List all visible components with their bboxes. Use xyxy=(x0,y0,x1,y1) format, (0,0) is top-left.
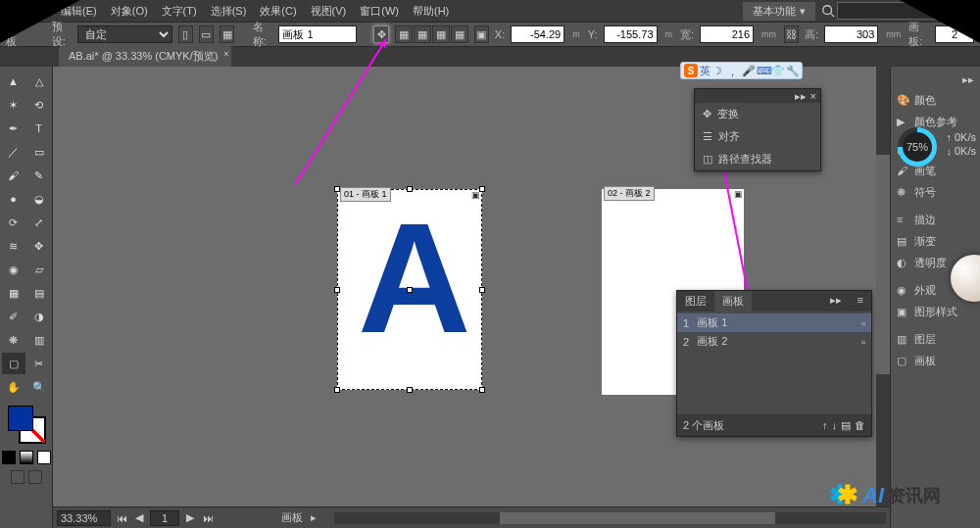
menu-help[interactable]: 帮助(H) xyxy=(407,2,455,21)
move-down-icon[interactable]: ↓ xyxy=(832,419,838,432)
tool-line[interactable]: ／ xyxy=(2,141,25,163)
y-input[interactable] xyxy=(604,25,658,43)
page-number[interactable]: 1 xyxy=(150,510,179,526)
workspace-switcher[interactable]: 基本功能▾ xyxy=(743,2,815,21)
ime-punct-icon[interactable]: ， xyxy=(727,65,740,77)
next-page-icon[interactable]: ▶ xyxy=(183,511,197,525)
artboard-options-icon[interactable]: ▫ xyxy=(861,336,865,348)
mini-swatch-gradient[interactable] xyxy=(20,451,33,464)
tool-pen[interactable]: ✒ xyxy=(2,118,25,139)
tool-selection[interactable]: ▲ xyxy=(2,71,25,92)
align-btn-2[interactable]: ▦ xyxy=(414,25,431,43)
dock-graphic-styles[interactable]: ▣图形样式 xyxy=(893,302,978,322)
artboard-name-input[interactable] xyxy=(278,25,357,43)
tool-mesh[interactable]: ▦ xyxy=(2,282,25,304)
vscroll-thumb[interactable] xyxy=(876,155,890,375)
tool-pencil[interactable]: ✎ xyxy=(27,165,51,186)
panel-collapse-icon[interactable]: ▸▸ xyxy=(795,90,807,103)
w-input[interactable] xyxy=(700,25,754,43)
download-progress[interactable]: 75% xyxy=(898,127,937,167)
mini-swatch-none[interactable] xyxy=(37,451,51,464)
vertical-scrollbar[interactable] xyxy=(876,67,890,506)
tool-blend[interactable]: ◑ xyxy=(27,306,51,327)
tool-eraser[interactable]: ◒ xyxy=(27,188,51,210)
tool-perspective[interactable]: ▱ xyxy=(27,259,51,280)
panel-menu-icon[interactable]: ≡ xyxy=(850,291,871,312)
dock-artboards[interactable]: ▢画板 xyxy=(893,351,978,371)
status-dropdown-icon[interactable]: ▸ xyxy=(307,511,320,525)
tool-slice[interactable]: ✂ xyxy=(27,353,51,374)
artboard-2-options-icon[interactable]: ▣ xyxy=(734,189,744,199)
new-artboard-button[interactable]: ▦ xyxy=(220,25,234,43)
ime-skin-icon[interactable]: 👕 xyxy=(771,65,784,77)
panel-item-transform[interactable]: ✥变换 xyxy=(695,103,820,125)
tool-lasso[interactable]: ⟲ xyxy=(27,94,51,116)
ime-keyboard-icon[interactable]: ⌨ xyxy=(757,65,769,77)
menu-window[interactable]: 窗口(W) xyxy=(354,2,405,21)
preset-select[interactable]: 自定 xyxy=(77,25,172,43)
align-btn-3[interactable]: ▦ xyxy=(432,25,450,43)
tool-zoom[interactable]: 🔍 xyxy=(27,376,51,398)
move-up-icon[interactable]: ↑ xyxy=(822,419,828,432)
reference-point-button[interactable]: ▣ xyxy=(474,25,489,43)
foreground-swatch[interactable] xyxy=(8,406,33,431)
orientation-portrait-button[interactable]: ▯ xyxy=(178,25,193,43)
ime-moon-icon[interactable]: ☽ xyxy=(712,65,725,77)
menu-type[interactable]: 文字(T) xyxy=(156,2,203,21)
tool-eyedropper[interactable]: ✐ xyxy=(2,306,25,327)
dock-color[interactable]: 🎨颜色 xyxy=(893,90,978,111)
ime-settings-icon[interactable]: 🔧 xyxy=(786,65,799,77)
tool-symbol-sprayer[interactable]: ❋ xyxy=(2,329,25,351)
document-tab[interactable]: AB.ai* @ 33.33% (CMYK/预览) × xyxy=(59,46,231,67)
menu-effect[interactable]: 效果(C) xyxy=(254,2,302,21)
tool-type[interactable]: T xyxy=(27,118,51,139)
tool-blob[interactable]: ● xyxy=(2,188,25,210)
delete-icon[interactable]: 🗑 xyxy=(855,419,865,432)
tool-direct-selection[interactable]: △ xyxy=(27,71,51,92)
tab-artboards[interactable]: 画板 xyxy=(714,291,752,312)
close-icon[interactable]: × xyxy=(223,49,228,59)
dock-collapse-button[interactable]: ▸▸ xyxy=(893,71,978,89)
panel-item-align[interactable]: ☰对齐 xyxy=(695,125,820,148)
dock-layers[interactable]: ▥图层 xyxy=(893,329,978,350)
tool-gradient[interactable]: ▤ xyxy=(27,282,51,304)
new-artboard-icon[interactable]: ▤ xyxy=(841,419,851,432)
tool-magic-wand[interactable]: ✶ xyxy=(2,94,25,116)
panel-item-pathfinder[interactable]: ◫路径查找器 xyxy=(695,148,820,170)
align-btn-4[interactable]: ▦ xyxy=(451,25,468,43)
screen-mode-full[interactable] xyxy=(28,470,42,484)
link-wh-button[interactable]: ⛓ xyxy=(784,25,799,43)
last-page-icon[interactable]: ⏭ xyxy=(201,511,215,525)
tool-free-transform[interactable]: ✥ xyxy=(27,235,51,257)
tool-paintbrush[interactable]: 🖌 xyxy=(2,165,25,186)
dock-gradient[interactable]: ▤渐变 xyxy=(893,231,978,252)
menu-view[interactable]: 视图(V) xyxy=(305,2,353,21)
ime-lang[interactable]: 英 xyxy=(700,64,710,78)
tool-hand[interactable]: ✋ xyxy=(2,376,25,398)
tool-graph[interactable]: ▥ xyxy=(27,329,51,351)
zoom-level[interactable]: 33.33% xyxy=(57,510,111,526)
tool-scale[interactable]: ⤢ xyxy=(27,212,51,233)
artboard-options-icon[interactable]: ▫ xyxy=(861,317,865,329)
menu-object[interactable]: 对象(O) xyxy=(105,2,154,21)
menu-select[interactable]: 选择(S) xyxy=(205,2,253,21)
dock-symbols[interactable]: ❋符号 xyxy=(893,182,978,203)
artboard-row-1[interactable]: 1画板 1▫ xyxy=(677,313,871,332)
artboard-row-2[interactable]: 2画板 2▫ xyxy=(677,332,871,351)
dock-color-guide[interactable]: ▶颜色参考 xyxy=(893,112,978,132)
prev-page-icon[interactable]: ◀ xyxy=(132,511,146,525)
h-input[interactable] xyxy=(824,25,878,43)
tool-rotate[interactable]: ⟳ xyxy=(2,212,25,233)
x-input[interactable] xyxy=(511,25,564,43)
dock-stroke[interactable]: ≡描边 xyxy=(893,210,978,230)
horizontal-scrollbar[interactable] xyxy=(334,512,886,524)
first-page-icon[interactable]: ⏮ xyxy=(115,511,128,525)
close-icon[interactable]: × xyxy=(810,90,816,102)
tool-artboard[interactable]: ▢ xyxy=(2,353,25,374)
panel-collapse-icon[interactable]: ▸▸ xyxy=(822,291,850,312)
tab-layers[interactable]: 图层 xyxy=(677,291,714,312)
tool-rectangle[interactable]: ▭ xyxy=(27,141,51,163)
ime-mic-icon[interactable]: 🎤 xyxy=(742,65,755,77)
screen-mode-normal[interactable] xyxy=(11,470,24,484)
ime-toolbar[interactable]: S 英 ☽ ， 🎤 ⌨ 👕 🔧 xyxy=(680,62,803,79)
